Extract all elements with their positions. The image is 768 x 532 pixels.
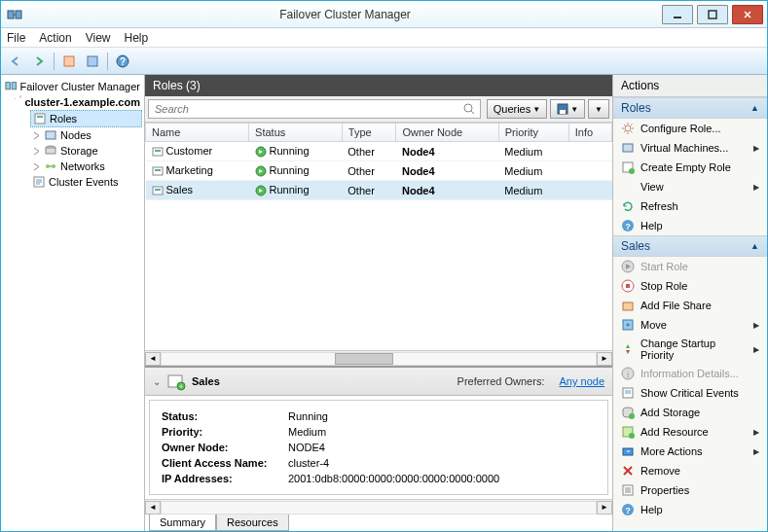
storage-icon [44,144,57,158]
expander-icon[interactable] [32,131,41,140]
col-name: Name [146,124,249,142]
scroll-left-icon[interactable]: ◄ [145,501,161,514]
action-move[interactable]: Move▶ [613,315,767,335]
tree-cluster-events[interactable]: Cluster Events [30,174,142,190]
menu-action[interactable]: Action [39,31,71,45]
expander-icon[interactable] [32,147,41,156]
expander-icon[interactable] [15,98,17,107]
expander-icon[interactable] [32,162,41,171]
help-button[interactable]: ? [112,51,133,72]
events-icon [621,386,635,400]
owner-value: NODE4 [288,442,325,453]
horizontal-scrollbar[interactable]: ◄ ► [145,350,612,366]
search-icon[interactable] [462,102,476,116]
vm-icon [621,141,635,155]
submenu-icon: ▶ [753,144,759,153]
tree-cluster[interactable]: cluster-1.example.com [13,94,142,110]
expand-button[interactable]: ▼ [588,99,609,119]
menu-help[interactable]: Help [125,31,149,45]
tab-resources[interactable]: Resources [216,514,289,531]
scroll-right-icon[interactable]: ► [597,352,612,366]
action-change-startup-priority[interactable]: Change Startup Priority▶ [613,335,767,364]
queries-dropdown[interactable]: Queries ▼ [487,99,547,119]
forward-button[interactable] [28,51,50,72]
actions-selection-section[interactable]: Sales▲ [613,235,767,257]
tree-root[interactable]: Failover Cluster Manager [3,79,142,94]
collapse-icon[interactable]: ⌄ [153,376,161,387]
center-pane: Roles (3) Queries ▼ ▼ ▼ Name Status Type… [145,75,613,531]
priority-value: Medium [288,426,326,438]
tree-nodes[interactable]: Nodes [30,127,142,143]
action-properties[interactable]: Properties [613,480,767,500]
svg-rect-21 [560,110,566,114]
svg-rect-2 [674,17,681,18]
back-button[interactable] [5,51,26,72]
svg-rect-23 [155,150,161,152]
maximize-button[interactable] [697,5,728,24]
menu-file[interactable]: File [7,31,25,45]
collapse-icon[interactable]: ▲ [750,103,759,113]
action-remove[interactable]: Remove [613,461,767,480]
action-refresh[interactable]: Refresh [613,196,767,216]
action-help[interactable]: ?Help [613,500,767,519]
resource-icon [621,425,635,439]
tree-roles[interactable]: Roles [30,110,142,127]
actions-roles-section[interactable]: Roles▲ [613,97,767,119]
table-row[interactable]: MarketingRunningOtherNode4Medium [146,161,612,181]
action-view[interactable]: View▶ [613,177,767,196]
collapse-icon[interactable]: ▲ [750,241,759,251]
scroll-right-icon[interactable]: ► [597,501,612,514]
ip-value: 2001:0db8:0000:0000:0000:0000:0000:0000 [288,473,499,484]
submenu-icon: ▶ [753,321,759,330]
owner-label: Owner Node: [162,442,288,453]
tab-summary[interactable]: Summary [149,514,216,531]
nav-tree: Failover Cluster Manager cluster-1.examp… [1,75,145,531]
action-create-empty-role[interactable]: Create Empty Role [613,158,767,177]
close-button[interactable] [732,5,763,24]
toolbar-btn-2[interactable] [82,51,103,72]
column-headers[interactable]: Name Status Type Owner Node Priority Inf… [146,124,612,142]
toolbar-btn-1[interactable] [58,51,80,72]
tree-networks[interactable]: Networks [30,159,142,174]
ip-label: IP Addresses: [162,473,288,484]
more-icon [621,444,635,458]
gear-icon [621,122,635,135]
action-virtual-machines[interactable]: Virtual Machines...▶ [613,138,767,158]
svg-text:?: ? [625,222,631,231]
submenu-icon: ▶ [753,447,759,456]
svg-rect-8 [6,83,10,89]
action-add-resource[interactable]: Add Resource▶ [613,422,767,442]
action-add-file-share[interactable]: Add File Share [613,296,767,315]
detail-scrollbar[interactable]: ◄ ► [145,499,612,514]
events-icon [32,175,46,189]
submenu-icon: ▶ [753,183,759,192]
scroll-thumb[interactable] [335,353,393,365]
table-row[interactable]: SalesRunningOtherNode4Medium [146,181,612,200]
action-help[interactable]: ?Help [613,216,767,235]
detail-title: Sales [192,375,452,387]
minimize-button[interactable] [662,5,693,24]
search-input[interactable] [148,99,481,119]
action-add-storage[interactable]: Add Storage [613,403,767,422]
action-more-actions[interactable]: More Actions▶ [613,442,767,461]
action-stop-role[interactable]: Stop Role [613,276,767,296]
action-configure-role[interactable]: Configure Role... [613,119,767,138]
menu-view[interactable]: View [86,31,111,45]
tree-storage[interactable]: Storage [30,143,142,159]
app-icon [7,7,22,22]
roles-grid: Name Status Type Owner Node Priority Inf… [145,123,612,350]
svg-point-16 [46,164,50,168]
table-row[interactable]: CustomerRunningOtherNode4Medium [146,142,612,161]
help-icon: ? [621,219,635,232]
save-query-button[interactable]: ▼ [550,99,585,119]
role-icon [621,160,635,174]
svg-rect-42 [626,284,630,288]
networks-icon [44,160,57,173]
scroll-left-icon[interactable]: ◄ [145,352,161,366]
svg-rect-13 [46,131,55,139]
search-bar: Queries ▼ ▼ ▼ [145,96,612,123]
svg-rect-4 [64,56,74,66]
preferred-owners-link[interactable]: Any node [560,375,604,387]
action-show-critical-events[interactable]: Show Critical Events [613,383,767,403]
nodes-icon [44,128,57,142]
